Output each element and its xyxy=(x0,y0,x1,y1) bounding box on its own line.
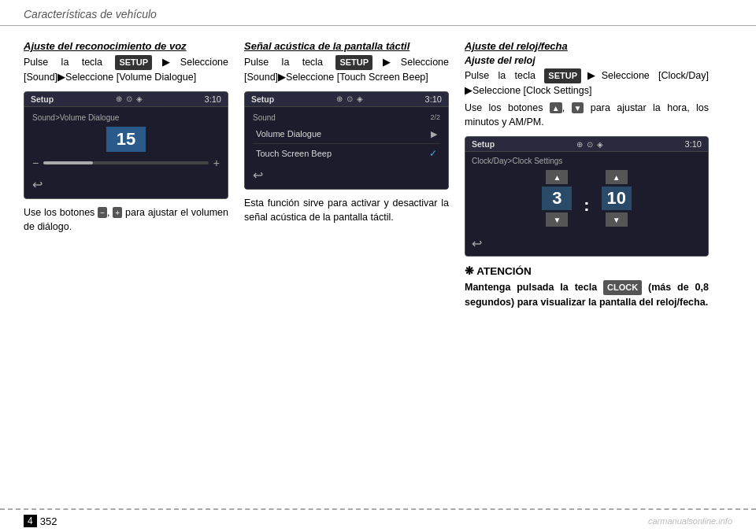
touch-screen-title: Setup xyxy=(251,94,274,104)
touch-page-num: 2/2 xyxy=(430,113,440,121)
voice-bottom-text: Use los botones −, + para ajustar el vol… xyxy=(24,205,228,235)
voice-instruction-text: Pulse la tecla SETUP▶Seleccione [Sound]▶… xyxy=(24,55,228,85)
volume-display: 15 xyxy=(32,127,220,152)
clock-time-row: ▲ 3 ▼ : ▲ 10 ▼ xyxy=(472,170,702,227)
notice-title: ❋ ATENCIÓN xyxy=(465,264,709,277)
header-title: Características de vehículo xyxy=(24,8,157,20)
voice-screen: Setup ⊕ ⊙ ◈ 3:10 Sound>Volume Dialogue 1… xyxy=(24,91,228,199)
clock-subtitle: Ajuste del reloj xyxy=(465,55,709,66)
menu-arrow-volume: ▶ xyxy=(431,129,437,139)
footer-page-num: 352 xyxy=(40,515,57,527)
menu-item-beep: Touch Screen Beep ✓ xyxy=(253,144,440,163)
touch-screen-label: Sound xyxy=(253,113,276,122)
notice-symbol: ❋ xyxy=(465,265,474,277)
footer-watermark: carmanualsonline.info xyxy=(648,516,732,526)
screen-back-icon-touch: ↩ xyxy=(253,168,263,183)
touch-bottom-text: Esta función sirve para activar y desact… xyxy=(244,196,449,226)
clock-hour-unit: ▲ 3 ▼ xyxy=(542,170,572,227)
voice-screen-title: Setup xyxy=(31,94,54,104)
voice-setup-button[interactable]: SETUP xyxy=(115,55,152,70)
clock-hour-up[interactable]: ▲ xyxy=(546,170,568,184)
clock-use-buttons-text: Use los botones ▲, ▼ para ajustar la hor… xyxy=(465,101,709,131)
touch-screen-header: Setup ⊕ ⊙ ◈ 3:10 xyxy=(245,92,448,107)
touch-screen-time: 3:10 xyxy=(425,94,442,104)
clock-breadcrumb: Clock/Day>Clock Settings xyxy=(472,157,702,165)
menu-label-beep: Touch Screen Beep xyxy=(256,149,332,158)
clock-minute-value: 10 xyxy=(602,187,632,210)
column-touch: Señal acústica de la pantalla táctil Pul… xyxy=(244,40,449,310)
voice-btn-plus: + xyxy=(113,207,122,218)
clock-btn-down: ▼ xyxy=(572,102,584,113)
menu-item-volume: Volume Dialogue ▶ xyxy=(253,125,440,144)
volume-value: 15 xyxy=(106,127,146,152)
slider-plus-icon: + xyxy=(213,157,220,169)
clock-section-title: Ajuste del reloj/fecha xyxy=(465,40,709,52)
footer-left: 4 352 xyxy=(24,515,57,527)
clock-minute-unit: ▲ 10 ▼ xyxy=(602,170,632,227)
voice-screen-icons: ⊕ ⊙ ◈ xyxy=(116,94,143,103)
voice-btn-minus: − xyxy=(98,207,107,218)
touch-menu-items: Volume Dialogue ▶ Touch Screen Beep ✓ xyxy=(253,125,440,163)
clock-screen-body: Clock/Day>Clock Settings ▲ 3 ▼ : ▲ 10 ▼ … xyxy=(465,152,708,256)
voice-breadcrumb: Sound>Volume Dialogue xyxy=(32,113,220,122)
clock-instruction-text: Pulse la tecla SETUP▶Seleccione [Clock/D… xyxy=(465,68,709,98)
content-area: Ajuste del reconocimiento de voz Pulse l… xyxy=(0,26,756,318)
clock-screen: Setup ⊕ ⊙ ◈ 3:10 Clock/Day>Clock Setting… xyxy=(465,136,709,257)
screen-back-icon-clock: ↩ xyxy=(472,236,482,251)
menu-check-beep: ✓ xyxy=(429,148,437,159)
slider-track xyxy=(43,161,209,164)
clock-minute-down[interactable]: ▼ xyxy=(606,212,628,227)
touch-screen-icons: ⊕ ⊙ ◈ xyxy=(336,94,363,103)
screen-back-icon: ↩ xyxy=(32,177,43,192)
clock-screen-time: 3:10 xyxy=(685,139,702,149)
menu-label-volume: Volume Dialogue xyxy=(256,129,321,139)
touch-instruction-text: Pulse la tecla SETUP▶Seleccione [Sound]▶… xyxy=(244,55,449,85)
clock-setup-button[interactable]: SETUP xyxy=(544,68,581,83)
notice-body: Mantenga pulsada la tecla CLOCK (más de … xyxy=(465,280,709,310)
clock-btn-up: ▲ xyxy=(550,102,562,113)
page-footer: 4 352 carmanualsonline.info xyxy=(0,508,756,532)
clock-colon: : xyxy=(584,195,589,216)
voice-screen-header: Setup ⊕ ⊙ ◈ 3:10 xyxy=(24,92,228,107)
column-clock: Ajuste del reloj/fecha Ajuste del reloj … xyxy=(465,40,709,310)
slider-fill xyxy=(43,161,93,164)
column-voice: Ajuste del reconocimiento de voz Pulse l… xyxy=(24,40,228,310)
clock-screen-header: Setup ⊕ ⊙ ◈ 3:10 xyxy=(465,137,708,152)
touch-setup-button[interactable]: SETUP xyxy=(335,55,372,70)
clock-minute-up[interactable]: ▲ xyxy=(606,170,628,184)
voice-section-title: Ajuste del reconocimiento de voz xyxy=(24,40,228,52)
touch-section-title: Señal acústica de la pantalla táctil xyxy=(244,40,449,52)
clock-hour-down[interactable]: ▼ xyxy=(546,212,568,227)
clock-notice: ❋ ATENCIÓN Mantenga pulsada la tecla CLO… xyxy=(465,264,709,310)
clock-screen-icons: ⊕ ⊙ ◈ xyxy=(576,140,603,149)
clock-screen-title: Setup xyxy=(472,139,495,149)
footer-page-box: 4 xyxy=(24,515,37,527)
slider-row: − + xyxy=(32,157,220,169)
voice-screen-time: 3:10 xyxy=(205,94,221,104)
page-header: Características de vehículo xyxy=(0,0,756,26)
slider-minus-icon: − xyxy=(32,157,39,169)
touch-screen: Setup ⊕ ⊙ ◈ 3:10 Sound 2/2 Volume Dialog… xyxy=(244,91,449,190)
voice-screen-body: Sound>Volume Dialogue 15 − + ↩ xyxy=(24,107,228,198)
clock-button-notice[interactable]: CLOCK xyxy=(603,280,642,295)
touch-screen-body: Sound 2/2 Volume Dialogue ▶ Touch Screen… xyxy=(245,107,448,189)
clock-hour-value: 3 xyxy=(542,187,572,210)
